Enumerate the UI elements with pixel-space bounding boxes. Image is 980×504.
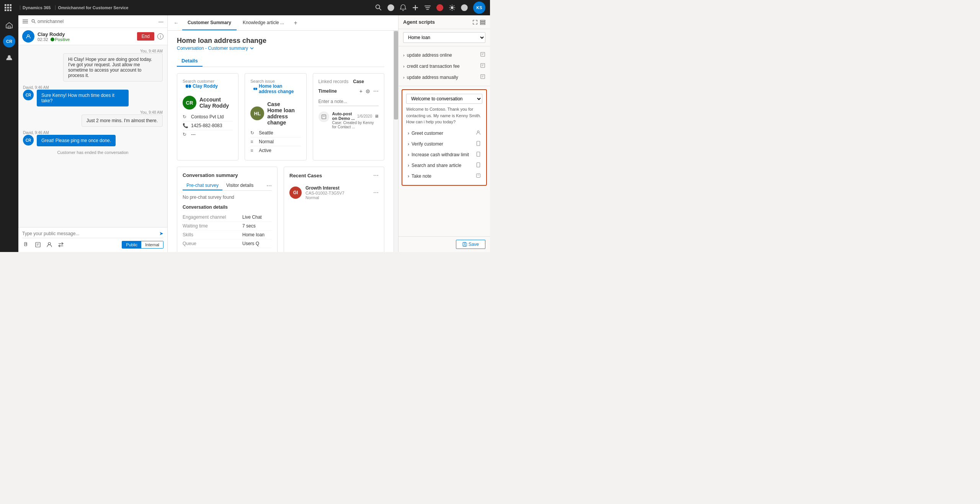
svg-rect-20: [8, 26, 10, 29]
script-item-icon-2[interactable]: [480, 74, 485, 80]
transfer-icon[interactable]: [57, 241, 65, 249]
expand-icon[interactable]: [472, 20, 478, 25]
welcome-script-icon-4[interactable]: [476, 173, 481, 179]
customer-phone: 1425-882-8083: [191, 123, 222, 128]
msg-bubble-2: Sure Kenny! How much time does it take?: [37, 90, 129, 106]
agent-panel-header: Agent scripts: [399, 15, 490, 29]
search-small-icon: [31, 19, 36, 24]
welcome-script-2[interactable]: › Increase cash withdraw limit: [406, 150, 482, 160]
tab-visitor[interactable]: Visitor details: [222, 181, 257, 190]
case-item-more-icon[interactable]: ⋯: [373, 190, 379, 196]
welcome-script-icon-2[interactable]: [476, 152, 481, 158]
tab-customer-summary[interactable]: Customer Summary: [182, 15, 237, 30]
svg-rect-8: [10, 10, 12, 11]
conv-more-icon[interactable]: ⋯: [266, 183, 272, 189]
case-location-row: ↻ Seattle: [250, 129, 301, 137]
end-button[interactable]: End: [137, 32, 154, 41]
script-item-0[interactable]: › update address online: [399, 49, 490, 61]
msg-bubble-3: Just 2 more mins. I'm almost there.: [82, 115, 163, 127]
minimize-icon[interactable]: —: [158, 19, 163, 25]
script-item-icon-0[interactable]: [480, 52, 485, 58]
welcome-script-4[interactable]: › Take note: [406, 171, 482, 181]
agent-script-dropdown[interactable]: Home loan: [403, 32, 485, 43]
message-group-1: You, 9:48 AM Hi Clay! Hope your are doin…: [23, 49, 163, 82]
internal-mode-btn[interactable]: Internal: [141, 241, 163, 248]
svg-rect-3: [5, 7, 7, 9]
welcome-script-icon-1[interactable]: [476, 141, 481, 147]
contact-avatar-sidebar[interactable]: CR: [3, 35, 15, 47]
mode-toggle: Public Internal: [122, 241, 163, 249]
menu-icon[interactable]: [22, 18, 28, 25]
notes-icon[interactable]: [34, 241, 42, 249]
search-icon[interactable]: [375, 4, 382, 11]
page-title: Home loan address change: [177, 37, 384, 45]
case-link[interactable]: Home loan address change: [259, 83, 301, 94]
script-item-icon-1[interactable]: [480, 63, 485, 69]
list-view-icon[interactable]: [480, 20, 485, 25]
tab-knowledge-article[interactable]: Knowledge article ...: [237, 15, 289, 30]
case-item-name: Growth Interest: [305, 185, 369, 191]
timeline-entry-icon2: 🖥: [374, 114, 379, 118]
tab-prechat[interactable]: Pre-chat survey: [183, 181, 222, 190]
svg-rect-56: [477, 173, 480, 177]
msg-timestamp-3: You, 9:48 AM: [140, 110, 163, 115]
sentiment-badge: Positive: [51, 37, 70, 42]
person-icon[interactable]: [45, 241, 54, 249]
welcome-script-1[interactable]: › Verify customer: [406, 139, 482, 149]
script-item-1[interactable]: › credit card transaction fee: [399, 61, 490, 72]
settings-icon[interactable]: [449, 4, 456, 11]
content-scrollbar[interactable]: [394, 31, 398, 252]
welcome-script-icon-3[interactable]: [476, 162, 481, 169]
status-dot: [436, 4, 443, 11]
tab-details[interactable]: Details: [177, 56, 203, 67]
timeline-add-icon[interactable]: +: [359, 88, 363, 94]
welcome-script-icon-0[interactable]: [476, 130, 481, 136]
case-priority: Normal: [259, 139, 274, 144]
svg-point-52: [477, 131, 479, 133]
script-item-2[interactable]: › update address manually: [399, 72, 490, 83]
welcome-dropdown-row: Welcome to conversation: [406, 94, 482, 104]
public-mode-btn[interactable]: Public: [122, 241, 141, 248]
brand-name[interactable]: Dynamics 365 Omnichannel for Customer Se…: [18, 5, 128, 10]
customer-link[interactable]: Clay Roddy: [193, 83, 218, 89]
customer-company: Contoso Pvt Ltd: [191, 114, 224, 119]
contacts-icon[interactable]: [2, 51, 16, 64]
info-icon[interactable]: i: [157, 33, 163, 39]
help-icon[interactable]: [461, 4, 468, 11]
welcome-script-0[interactable]: › Greet customer: [406, 128, 482, 138]
scrollbar-thumb[interactable]: [394, 31, 398, 119]
chevron-w-1: ›: [408, 141, 409, 147]
plus-icon[interactable]: [412, 4, 419, 11]
welcome-script-3[interactable]: › Search and share article: [406, 160, 482, 170]
save-button[interactable]: Save: [456, 240, 485, 249]
timeline-filter-icon[interactable]: ⊜: [366, 88, 370, 94]
chat-input[interactable]: [22, 231, 159, 236]
case-card: Search issue Home loan address change HL…: [245, 73, 306, 160]
welcome-dropdown[interactable]: Welcome to conversation: [406, 94, 482, 104]
filter-icon[interactable]: [424, 4, 431, 11]
home-icon[interactable]: [2, 18, 16, 32]
send-icon[interactable]: ➤: [159, 231, 163, 236]
link-icon: [186, 83, 191, 89]
bell-icon[interactable]: [400, 4, 407, 11]
user-avatar[interactable]: KS: [473, 2, 485, 14]
grid-icon[interactable]: [5, 4, 11, 11]
customer-fullname: Clay Roddy: [199, 103, 229, 109]
welcome-script-items: › Greet customer › Verify customer › Inc…: [406, 128, 482, 181]
script-item-label-2: update address manually: [407, 75, 458, 80]
back-button[interactable]: ←: [171, 18, 181, 28]
save-row: Save: [399, 236, 490, 252]
svg-rect-5: [10, 7, 12, 9]
case-item-row: GI Growth Interest CAS-01002-T3G5V7 Norm…: [289, 182, 379, 203]
timeline-more-icon[interactable]: ⋯: [373, 88, 379, 94]
linked-records-card: Linked records Case Timeline + ⊜ ⋯: [313, 73, 385, 160]
chevron-w-2: ›: [408, 152, 409, 157]
checkmark-icon[interactable]: [387, 4, 394, 11]
tab-add-button[interactable]: +: [290, 18, 301, 28]
recent-more-icon[interactable]: ⋯: [373, 172, 379, 178]
linked-records-header: Linked records Case: [318, 79, 379, 84]
attachment-icon[interactable]: [22, 241, 31, 249]
conv-detail-rows: Engagement channel Live Chat Waiting tim…: [183, 213, 272, 248]
case-item-avatar: GI: [289, 187, 302, 199]
timeline-note-input[interactable]: [318, 97, 379, 106]
